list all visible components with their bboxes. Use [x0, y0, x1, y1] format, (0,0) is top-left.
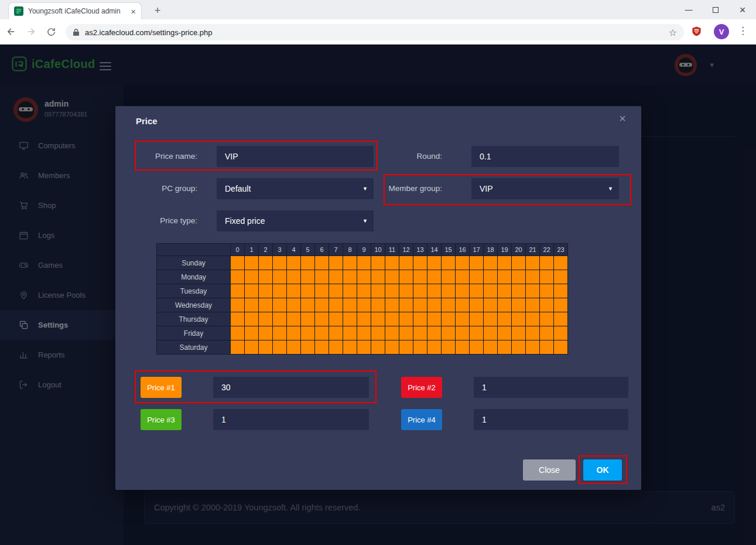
schedule-cell-monday-6[interactable]: [315, 270, 329, 284]
browser-menu-icon[interactable]: ⋮: [738, 25, 748, 37]
schedule-cell-sunday-1[interactable]: [245, 256, 259, 270]
price-4-input[interactable]: 1: [474, 409, 628, 430]
schedule-cell-friday-22[interactable]: [540, 326, 554, 340]
schedule-cell-tuesday-7[interactable]: [329, 284, 343, 298]
schedule-cell-tuesday-11[interactable]: [385, 284, 399, 298]
schedule-cell-wednesday-9[interactable]: [357, 298, 371, 312]
schedule-cell-monday-7[interactable]: [329, 270, 343, 284]
schedule-cell-tuesday-21[interactable]: [526, 284, 540, 298]
schedule-cell-friday-15[interactable]: [442, 326, 456, 340]
schedule-cell-friday-21[interactable]: [526, 326, 540, 340]
schedule-cell-wednesday-19[interactable]: [498, 298, 512, 312]
schedule-cell-saturday-20[interactable]: [512, 340, 526, 355]
schedule-cell-thursday-16[interactable]: [456, 312, 470, 326]
schedule-cell-friday-7[interactable]: [329, 326, 343, 340]
schedule-cell-friday-19[interactable]: [498, 326, 512, 340]
schedule-cell-monday-8[interactable]: [343, 270, 357, 284]
schedule-cell-friday-4[interactable]: [287, 326, 301, 340]
schedule-cell-thursday-23[interactable]: [554, 312, 568, 326]
schedule-cell-tuesday-3[interactable]: [273, 284, 287, 298]
schedule-cell-sunday-15[interactable]: [442, 256, 456, 270]
schedule-cell-thursday-18[interactable]: [484, 312, 498, 326]
schedule-cell-thursday-14[interactable]: [427, 312, 442, 326]
pc-group-select[interactable]: Default ▼: [217, 178, 374, 199]
schedule-cell-tuesday-22[interactable]: [540, 284, 554, 298]
url-field[interactable]: as2.icafecloud.com/settings-price.php ☆: [66, 24, 684, 40]
schedule-cell-saturday-21[interactable]: [526, 340, 540, 355]
schedule-cell-wednesday-13[interactable]: [413, 298, 427, 312]
schedule-cell-sunday-4[interactable]: [287, 256, 301, 270]
schedule-cell-wednesday-11[interactable]: [385, 298, 399, 312]
schedule-cell-wednesday-7[interactable]: [329, 298, 343, 312]
schedule-cell-sunday-21[interactable]: [526, 256, 540, 270]
schedule-cell-wednesday-5[interactable]: [301, 298, 315, 312]
schedule-cell-sunday-19[interactable]: [498, 256, 512, 270]
schedule-cell-friday-3[interactable]: [273, 326, 287, 340]
schedule-cell-thursday-8[interactable]: [343, 312, 357, 326]
schedule-cell-saturday-12[interactable]: [399, 340, 413, 355]
schedule-cell-saturday-15[interactable]: [442, 340, 456, 355]
schedule-cell-saturday-9[interactable]: [357, 340, 371, 355]
schedule-cell-tuesday-9[interactable]: [357, 284, 371, 298]
schedule-cell-friday-1[interactable]: [245, 326, 259, 340]
price-name-input[interactable]: VIP: [217, 146, 374, 167]
member-group-select[interactable]: VIP ▼: [471, 178, 619, 199]
schedule-cell-tuesday-20[interactable]: [512, 284, 526, 298]
schedule-cell-sunday-3[interactable]: [273, 256, 287, 270]
schedule-cell-tuesday-23[interactable]: [554, 284, 568, 298]
schedule-cell-wednesday-8[interactable]: [343, 298, 357, 312]
schedule-cell-friday-17[interactable]: [470, 326, 484, 340]
schedule-cell-saturday-7[interactable]: [329, 340, 343, 355]
schedule-cell-friday-2[interactable]: [259, 326, 273, 340]
schedule-cell-tuesday-15[interactable]: [442, 284, 456, 298]
schedule-cell-tuesday-2[interactable]: [259, 284, 273, 298]
schedule-cell-monday-22[interactable]: [540, 270, 554, 284]
schedule-cell-friday-16[interactable]: [456, 326, 470, 340]
schedule-cell-monday-2[interactable]: [259, 270, 273, 284]
schedule-cell-saturday-13[interactable]: [413, 340, 427, 355]
price-4-button[interactable]: Price #4: [401, 409, 442, 430]
schedule-cell-wednesday-12[interactable]: [399, 298, 413, 312]
schedule-cell-wednesday-14[interactable]: [427, 298, 442, 312]
schedule-cell-saturday-6[interactable]: [315, 340, 329, 355]
schedule-cell-sunday-13[interactable]: [413, 256, 427, 270]
schedule-cell-thursday-10[interactable]: [371, 312, 385, 326]
schedule-cell-thursday-6[interactable]: [315, 312, 329, 326]
schedule-cell-wednesday-15[interactable]: [442, 298, 456, 312]
schedule-cell-thursday-11[interactable]: [385, 312, 399, 326]
schedule-cell-saturday-22[interactable]: [540, 340, 554, 355]
schedule-cell-friday-18[interactable]: [484, 326, 498, 340]
schedule-cell-friday-14[interactable]: [427, 326, 442, 340]
schedule-cell-thursday-21[interactable]: [526, 312, 540, 326]
schedule-cell-saturday-17[interactable]: [470, 340, 484, 355]
round-input[interactable]: 0.1: [471, 146, 619, 167]
schedule-cell-tuesday-12[interactable]: [399, 284, 413, 298]
schedule-cell-monday-23[interactable]: [554, 270, 568, 284]
schedule-cell-friday-13[interactable]: [413, 326, 427, 340]
price-2-input[interactable]: 1: [474, 377, 628, 398]
schedule-cell-monday-3[interactable]: [273, 270, 287, 284]
reload-button-icon[interactable]: [42, 27, 60, 37]
schedule-cell-tuesday-1[interactable]: [245, 284, 259, 298]
window-maximize-button[interactable]: [702, 0, 729, 19]
schedule-cell-monday-4[interactable]: [287, 270, 301, 284]
schedule-cell-monday-10[interactable]: [371, 270, 385, 284]
schedule-cell-friday-20[interactable]: [512, 326, 526, 340]
schedule-cell-sunday-5[interactable]: [301, 256, 315, 270]
schedule-cell-tuesday-17[interactable]: [470, 284, 484, 298]
schedule-cell-saturday-1[interactable]: [245, 340, 259, 355]
schedule-cell-saturday-14[interactable]: [427, 340, 442, 355]
schedule-cell-thursday-17[interactable]: [470, 312, 484, 326]
schedule-cell-monday-1[interactable]: [245, 270, 259, 284]
schedule-cell-sunday-16[interactable]: [456, 256, 470, 270]
schedule-cell-wednesday-20[interactable]: [512, 298, 526, 312]
schedule-cell-sunday-18[interactable]: [484, 256, 498, 270]
schedule-cell-friday-6[interactable]: [315, 326, 329, 340]
schedule-cell-tuesday-13[interactable]: [413, 284, 427, 298]
schedule-cell-wednesday-10[interactable]: [371, 298, 385, 312]
schedule-cell-saturday-0[interactable]: [231, 340, 245, 355]
browser-profile-avatar[interactable]: V: [714, 24, 729, 39]
schedule-cell-saturday-4[interactable]: [287, 340, 301, 355]
ublock-extension-icon[interactable]: [691, 26, 702, 39]
schedule-cell-friday-11[interactable]: [385, 326, 399, 340]
